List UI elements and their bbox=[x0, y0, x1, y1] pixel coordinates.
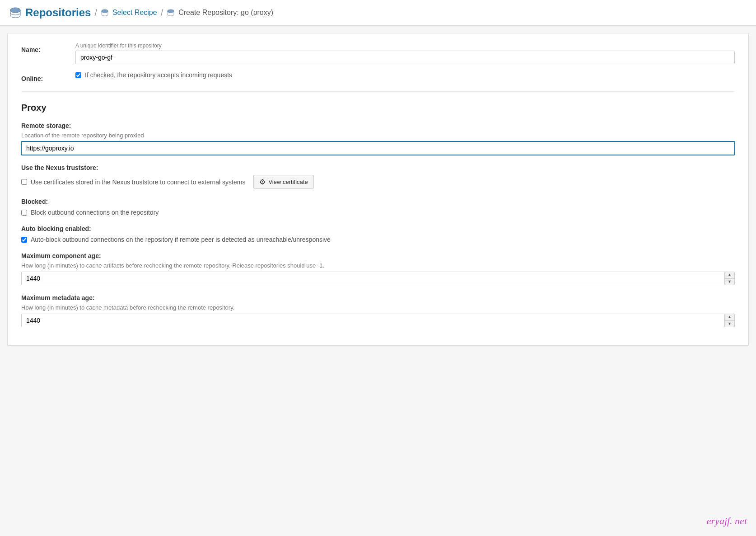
max-component-age-wrapper: ▲ ▼ bbox=[21, 272, 735, 285]
page-title: Repositories bbox=[25, 6, 91, 19]
blocked-row: Block outbound connections on the reposi… bbox=[21, 209, 735, 216]
breadcrumb-sep1: / bbox=[94, 8, 97, 18]
auto-blocking-row: Auto-block outbound connections on the r… bbox=[21, 236, 735, 243]
form-content: Name: A unique identifier for this repos… bbox=[7, 33, 749, 346]
divider bbox=[21, 91, 735, 92]
remote-storage-hint: Location of the remote repository being … bbox=[21, 132, 735, 139]
name-label: Name: bbox=[21, 42, 75, 53]
max-metadata-age-down[interactable]: ▼ bbox=[725, 321, 734, 327]
online-checkbox[interactable] bbox=[75, 72, 81, 78]
select-recipe-link[interactable]: Select Recipe bbox=[112, 9, 157, 17]
blocked-checkbox-label: Block outbound connections on the reposi… bbox=[31, 209, 159, 216]
online-row: Online: If checked, the repository accep… bbox=[21, 71, 735, 82]
remote-storage-input[interactable] bbox=[21, 141, 735, 155]
max-metadata-age-input[interactable] bbox=[21, 314, 735, 327]
max-metadata-age-spinners: ▲ ▼ bbox=[724, 314, 734, 327]
auto-blocking-checkbox[interactable] bbox=[21, 237, 27, 243]
nexus-truststore-label: Use the Nexus truststore: bbox=[21, 164, 735, 171]
name-hint: A unique identifier for this repository bbox=[75, 42, 735, 49]
blocked-checkbox[interactable] bbox=[21, 210, 27, 216]
remote-storage-label: Remote storage: bbox=[21, 122, 735, 129]
nexus-truststore-row: Use certificates stored in the Nexus tru… bbox=[21, 175, 735, 189]
name-row: Name: A unique identifier for this repos… bbox=[21, 42, 735, 64]
view-certificate-button[interactable]: ⚙ View certificate bbox=[253, 175, 313, 189]
blocked-label: Blocked: bbox=[21, 198, 735, 205]
auto-blocking-label: Auto blocking enabled: bbox=[21, 225, 735, 232]
max-component-age-up[interactable]: ▲ bbox=[725, 272, 734, 279]
max-component-age-label: Maximum component age: bbox=[21, 252, 735, 259]
nexus-truststore-checkbox-label: Use certificates stored in the Nexus tru… bbox=[31, 179, 245, 186]
breadcrumb: Repositories / Select Recipe / Create Re… bbox=[0, 0, 756, 26]
online-label: Online: bbox=[21, 71, 75, 82]
auto-blocking-checkbox-label: Auto-block outbound connections on the r… bbox=[31, 236, 331, 243]
max-component-age-hint: How long (in minutes) to cache artifacts… bbox=[21, 262, 735, 269]
max-component-age-input[interactable] bbox=[21, 272, 735, 285]
max-metadata-age-up[interactable]: ▲ bbox=[725, 314, 734, 321]
online-field-group: If checked, the repository accepts incom… bbox=[75, 71, 735, 79]
max-component-age-down[interactable]: ▼ bbox=[725, 279, 734, 285]
breadcrumb-sep2: / bbox=[161, 8, 163, 18]
online-checkbox-label: If checked, the repository accepts incom… bbox=[85, 71, 232, 79]
gear-settings-icon: ⚙ bbox=[259, 178, 266, 186]
repositories-db-icon bbox=[9, 6, 22, 19]
name-input[interactable] bbox=[75, 51, 735, 64]
select-recipe-db-icon bbox=[101, 9, 109, 17]
view-certificate-label: View certificate bbox=[268, 179, 308, 185]
create-repo-db-icon bbox=[167, 9, 175, 17]
proxy-section-title: Proxy bbox=[21, 103, 735, 113]
max-component-age-spinners: ▲ ▼ bbox=[724, 272, 734, 285]
create-repo-breadcrumb: Create Repository: go (proxy) bbox=[178, 9, 273, 17]
nexus-truststore-checkbox[interactable] bbox=[21, 179, 27, 185]
max-metadata-age-label: Maximum metadata age: bbox=[21, 294, 735, 301]
max-metadata-age-wrapper: ▲ ▼ bbox=[21, 314, 735, 327]
name-field-group: A unique identifier for this repository bbox=[75, 42, 735, 64]
online-checkbox-row: If checked, the repository accepts incom… bbox=[75, 71, 735, 79]
max-metadata-age-hint: How long (in minutes) to cache metadata … bbox=[21, 304, 735, 311]
